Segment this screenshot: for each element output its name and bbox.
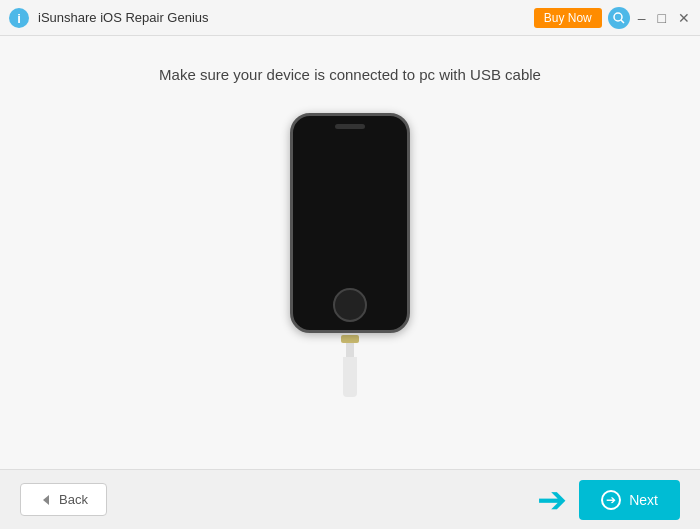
cable-body: [343, 357, 357, 397]
next-button-icon: ➔: [601, 490, 621, 510]
window-controls: – □ ✕: [636, 10, 692, 26]
back-icon: [39, 493, 53, 507]
phone-graphic: [290, 113, 410, 333]
cable-neck: [346, 343, 354, 357]
buy-now-button[interactable]: Buy Now: [534, 8, 602, 28]
close-button[interactable]: ✕: [676, 10, 692, 26]
back-label: Back: [59, 492, 88, 507]
bottom-bar: Back ➔ ➔ Next: [0, 469, 700, 529]
svg-point-2: [614, 13, 622, 21]
cable-connector: [341, 335, 359, 343]
next-button[interactable]: ➔ Next: [579, 480, 680, 520]
next-label: Next: [629, 492, 658, 508]
back-button[interactable]: Back: [20, 483, 107, 516]
app-title: iSunshare iOS Repair Genius: [38, 10, 534, 25]
search-button[interactable]: [608, 7, 630, 29]
svg-marker-4: [43, 495, 49, 505]
titlebar: i iSunshare iOS Repair Genius Buy Now – …: [0, 0, 700, 36]
cable-graphic: [341, 335, 359, 397]
svg-line-3: [621, 20, 624, 23]
svg-text:i: i: [17, 11, 21, 26]
instruction-text: Make sure your device is connected to pc…: [159, 66, 541, 83]
device-illustration: [290, 113, 410, 397]
app-logo: i: [8, 7, 30, 29]
maximize-button[interactable]: □: [656, 10, 668, 26]
search-icon: [613, 12, 625, 24]
main-content: Make sure your device is connected to pc…: [0, 36, 700, 529]
minimize-button[interactable]: –: [636, 10, 648, 26]
arrow-indicator: ➔: [537, 482, 567, 518]
next-section: ➔ ➔ Next: [537, 480, 680, 520]
